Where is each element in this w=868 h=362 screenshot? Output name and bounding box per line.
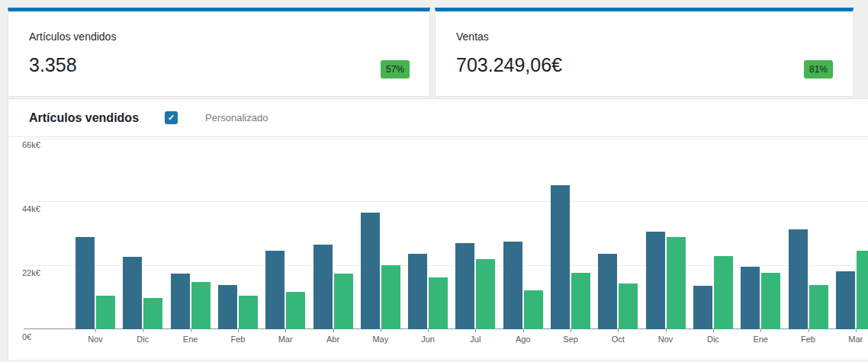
- bar-green-series[interactable]: [286, 292, 305, 329]
- bar-green-series[interactable]: [761, 273, 780, 329]
- checkbox-checked-icon[interactable]: ✓: [165, 111, 178, 124]
- y-axis-label: 44k€: [22, 204, 40, 213]
- x-axis-label: Mar: [266, 335, 304, 344]
- chart-header: Artículos vendidos ✓ Personalizado: [8, 99, 868, 137]
- chart-filter-label: Personalizado: [205, 112, 268, 123]
- x-axis-label: Oct: [599, 335, 637, 344]
- x-axis-tick: [571, 329, 571, 332]
- gridline: [24, 201, 868, 202]
- x-axis-label: Mar: [837, 335, 868, 344]
- card-label: Artículos vendidos: [8, 11, 429, 43]
- x-axis-label: Jun: [409, 335, 447, 344]
- y-axis-label: 66k€: [22, 140, 40, 149]
- bar-blue-series[interactable]: [693, 286, 712, 329]
- x-axis-tick: [285, 329, 286, 332]
- bar-green-series[interactable]: [619, 284, 638, 329]
- x-axis-tick: [95, 329, 96, 332]
- bar-blue-series[interactable]: [218, 285, 237, 329]
- x-axis-tick: [856, 329, 857, 332]
- x-axis-label: Ago: [504, 335, 542, 344]
- x-axis-tick: [523, 329, 524, 332]
- x-axis-label: Ene: [172, 335, 210, 344]
- bar-blue-series[interactable]: [503, 242, 522, 329]
- bar-blue-series[interactable]: [265, 251, 285, 329]
- bar-blue-series[interactable]: [455, 243, 474, 329]
- bar-blue-series[interactable]: [551, 185, 570, 329]
- x-axis-tick: [618, 329, 619, 332]
- card-value: 703.249,06€: [436, 43, 853, 75]
- bar-blue-series[interactable]: [123, 257, 142, 329]
- bar-green-series[interactable]: [334, 274, 353, 329]
- bar-green-series[interactable]: [191, 282, 211, 329]
- x-axis-tick: [713, 329, 714, 332]
- bar-green-series[interactable]: [239, 296, 258, 329]
- gridline: [24, 265, 868, 266]
- x-axis-label: Feb: [789, 335, 828, 344]
- y-axis-label: 22k€: [22, 268, 40, 277]
- x-axis-label: May: [362, 335, 400, 344]
- bar-green-series[interactable]: [381, 265, 400, 329]
- x-axis-tick: [760, 329, 761, 332]
- bar-green-series[interactable]: [667, 237, 686, 329]
- bar-blue-series[interactable]: [313, 245, 333, 329]
- x-axis-label: Jul: [456, 335, 494, 344]
- x-axis-tick: [333, 329, 334, 332]
- bar-blue-series[interactable]: [171, 274, 190, 329]
- plot-area: 66k€44k€22k€0€: [8, 137, 868, 329]
- summary-card-ventas[interactable]: Ventas 703.249,06€ 81%: [435, 8, 854, 97]
- x-axis-label: Dic: [124, 335, 162, 344]
- x-axis-label: Dic: [694, 335, 732, 344]
- bar-green-series[interactable]: [429, 277, 448, 329]
- bar-blue-series[interactable]: [598, 254, 617, 329]
- bar-green-series[interactable]: [476, 259, 495, 329]
- x-axis-label: Ene: [741, 335, 780, 344]
- x-axis-tick: [238, 329, 239, 332]
- x-axis-label: Sep: [551, 335, 590, 344]
- x-axis-tick: [475, 329, 476, 332]
- x-axis-tick: [666, 329, 667, 332]
- x-axis-tick: [191, 329, 191, 332]
- card-label: Ventas: [436, 11, 853, 43]
- x-axis-label: Feb: [219, 335, 257, 344]
- bar-green-series[interactable]: [857, 251, 868, 329]
- bar-green-series[interactable]: [96, 296, 115, 329]
- bar-blue-series[interactable]: [361, 213, 380, 329]
- chart-panel: Artículos vendidos ✓ Personalizado 66k€4…: [8, 98, 868, 360]
- x-axis-tick: [428, 329, 429, 332]
- bar-green-series[interactable]: [714, 256, 733, 329]
- bar-blue-series[interactable]: [76, 237, 95, 329]
- x-axis-tick: [143, 329, 143, 332]
- bar-green-series[interactable]: [524, 290, 543, 329]
- percentage-badge: 57%: [381, 60, 410, 78]
- x-axis-tick: [381, 329, 381, 332]
- summary-cards-row: Artículos vendidos 3.358 57% Ventas 703.…: [0, 0, 868, 97]
- summary-card-articulos-vendidos[interactable]: Artículos vendidos 3.358 57%: [8, 8, 430, 97]
- bar-blue-series[interactable]: [836, 271, 855, 329]
- card-value: 3.358: [8, 43, 429, 75]
- percentage-badge: 81%: [804, 60, 833, 78]
- bar-blue-series[interactable]: [789, 229, 808, 329]
- bar-green-series[interactable]: [809, 285, 828, 329]
- bar-blue-series[interactable]: [408, 254, 427, 329]
- bar-blue-series[interactable]: [741, 267, 760, 329]
- bar-green-series[interactable]: [143, 298, 162, 329]
- gridline: [24, 139, 868, 139]
- x-axis-label: Abr: [314, 335, 352, 344]
- x-axis-tick: [809, 329, 809, 332]
- x-axis: NovDicEneFebMarAbrMayJunJulAgoSepOctNovD…: [8, 329, 868, 354]
- x-axis-label: Nov: [76, 335, 114, 344]
- x-axis-label: Nov: [647, 335, 685, 344]
- chart-title: Artículos vendidos: [29, 111, 139, 125]
- bar-green-series[interactable]: [571, 273, 590, 329]
- bar-blue-series[interactable]: [646, 232, 665, 329]
